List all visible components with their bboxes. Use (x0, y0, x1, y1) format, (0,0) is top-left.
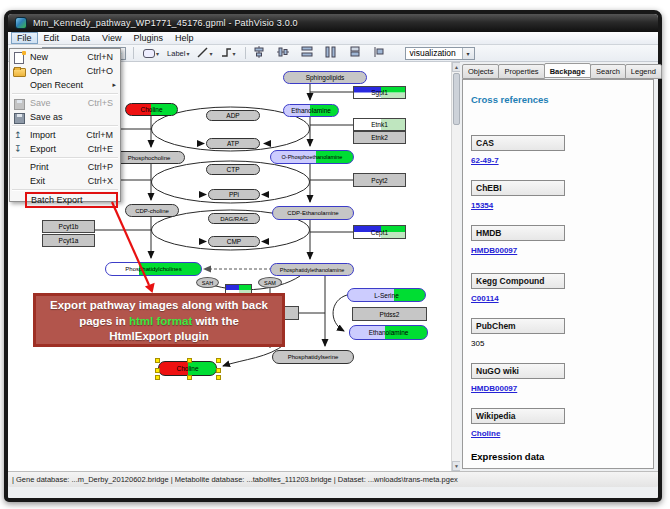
selection-handle[interactable] (155, 375, 160, 380)
file-menu-item-print[interactable]: PrintCtrl+P (10, 160, 120, 174)
xref-link[interactable]: 62-49-7 (471, 156, 653, 165)
xref-link[interactable]: HMDB00097 (471, 384, 653, 393)
node-pcyt1b[interactable]: Pcyt1b (42, 220, 95, 233)
file-menu-item-save[interactable]: SaveCtrl+S (10, 96, 120, 110)
menu-edit[interactable]: Edit (38, 32, 66, 44)
node-atp[interactable]: ATP (206, 138, 260, 149)
datanode-button[interactable]: ▾ (141, 47, 161, 60)
line-button[interactable]: ▾ (195, 47, 214, 60)
selection-handle[interactable] (216, 368, 221, 373)
xref-link[interactable]: HMDB00097 (471, 246, 653, 255)
title-bar[interactable]: Mm_Kennedy_pathway_WP1771_45176.gpml - P… (8, 14, 658, 32)
chevron-down-icon[interactable]: ▾ (186, 50, 189, 57)
tab-backpage[interactable]: Backpage (544, 63, 591, 78)
xref-link[interactable]: 15354 (471, 201, 653, 210)
label-button[interactable]: Label▾ (165, 47, 191, 60)
connector-button[interactable]: ▾ (219, 47, 238, 60)
file-menu-item-import[interactable]: ↥ImportCtrl+M (10, 128, 120, 142)
node-cdp-choline[interactable]: CDP-choline (125, 204, 179, 217)
node-ptdss2[interactable]: Ptdss2 (352, 307, 427, 321)
menu-item-spacer (13, 162, 25, 173)
tab-objects[interactable]: Objects (462, 64, 499, 79)
file-menu-item-batch-export[interactable]: Batch Export (25, 192, 118, 208)
selection-handle[interactable] (155, 358, 160, 363)
vertical-scroll-thumb[interactable] (453, 73, 460, 125)
menu-separator (12, 157, 118, 159)
chevron-down-icon[interactable]: ▾ (209, 50, 212, 57)
node-l-serine[interactable]: L-Serine (347, 288, 426, 302)
node-choline[interactable]: Choline (158, 361, 217, 376)
xref-header: HMDB (471, 225, 565, 241)
import-icon: ↥ (13, 130, 25, 141)
stack-horizontal-icon[interactable] (373, 44, 385, 62)
menu-item-spacer (13, 176, 25, 187)
align-center-x-icon[interactable] (253, 44, 265, 62)
menu-item-label: Import (30, 130, 86, 140)
align-center-y-icon[interactable] (277, 44, 289, 62)
node-cept1[interactable]: Cept1 (353, 225, 406, 239)
selection-handle[interactable] (216, 375, 221, 380)
node-phosphocholine[interactable]: Phosphocholine (113, 151, 185, 164)
menu-help[interactable]: Help (169, 32, 200, 44)
tab-search[interactable]: Search (590, 64, 626, 79)
node-sphingolipids[interactable]: Sphingolipids (283, 71, 367, 84)
node-pcyt1a[interactable]: Pcyt1a (42, 234, 95, 247)
menu-data[interactable]: Data (65, 32, 96, 44)
file-menu-item-exit[interactable]: ExitCtrl+X (10, 174, 120, 188)
xref-link[interactable]: Choline (471, 429, 653, 438)
selection-handle[interactable] (216, 358, 221, 363)
selection-handle[interactable] (187, 375, 192, 380)
node-pcyt2[interactable]: Pcyt2 (353, 173, 406, 187)
node-ppi[interactable]: PPi (208, 189, 260, 200)
node-phosphatidylcholines[interactable]: Phosphatidylcholines (105, 262, 202, 276)
node-dag-rag[interactable]: DAG/RAG (208, 213, 260, 224)
tab-legend[interactable]: Legend (625, 64, 662, 79)
node-choline[interactable]: Choline (125, 103, 178, 116)
chevron-down-icon[interactable]: ▾ (156, 50, 159, 57)
visualization-combobox[interactable]: visualization ▾ (405, 47, 475, 60)
menu-separator (12, 93, 118, 95)
expression-data-heading: Expression data (471, 451, 653, 462)
menu-item-shortcut: Ctrl+N (87, 52, 113, 62)
menu-view[interactable]: View (96, 32, 127, 44)
node-phosphatidylethanolamine[interactable]: Phosphatidylethanolamine (270, 263, 354, 276)
chevron-down-icon[interactable]: ▾ (462, 48, 474, 59)
selection-handle[interactable] (155, 368, 160, 373)
xref-header: NuGO wiki (471, 363, 565, 379)
label-button-text: Label (167, 49, 185, 58)
node-sah[interactable]: SAH (196, 277, 219, 288)
xref-link[interactable]: C00114 (471, 294, 653, 303)
node-ctp[interactable]: CTP (206, 164, 260, 175)
distribute-rows-icon[interactable] (301, 44, 313, 62)
node-etnk1[interactable]: Etnk1 (353, 118, 406, 131)
node-o-phosphoethanolamine[interactable]: O-Phosphoethanolamine (270, 150, 354, 164)
file-menu-item-open[interactable]: OpenCtrl+O (10, 64, 120, 78)
node-cdp-ethanolamine[interactable]: CDP-Ethanolamine (272, 206, 354, 220)
node-ethanolamine[interactable]: Ethanolamine (349, 325, 428, 340)
window-title: Mm_Kennedy_pathway_WP1771_45176.gpml - P… (33, 18, 298, 28)
node-cmp[interactable]: CMP (208, 236, 260, 247)
node-ethanolamine[interactable]: Ethanolamine (283, 104, 339, 117)
selection-handle[interactable] (187, 358, 192, 363)
chevron-down-icon[interactable]: ▾ (233, 50, 236, 57)
line-icon (197, 47, 208, 60)
node-sam[interactable]: SAM (258, 277, 282, 288)
file-menu-item-new[interactable]: NewCtrl+N (10, 50, 120, 64)
node-adp[interactable]: ADP (206, 110, 260, 121)
node-etnk2[interactable]: Etnk2 (353, 131, 406, 144)
menu-item-shortcut: Ctrl+E (88, 144, 113, 154)
tab-properties[interactable]: Properties (498, 64, 544, 79)
node-phosphatidylserine[interactable]: Phosphatidylserine (272, 350, 354, 364)
file-menu-item-save-as[interactable]: Save as (10, 110, 120, 124)
menu-separator (12, 189, 118, 191)
file-menu-item-open-recent[interactable]: Open Recent▸ (10, 78, 120, 92)
save-disk-icon (13, 98, 25, 109)
open-folder-icon (13, 66, 25, 77)
node-sgpl1[interactable]: Sgpl1 (353, 86, 406, 99)
stack-vertical-icon[interactable] (349, 44, 361, 62)
file-menu-item-export[interactable]: ↧ExportCtrl+E (10, 142, 120, 156)
vertical-scrollbar[interactable]: ▲ ▼ (451, 62, 460, 471)
menu-file[interactable]: File (11, 32, 38, 44)
distribute-columns-icon[interactable] (325, 44, 337, 62)
menu-plugins[interactable]: Plugins (127, 32, 169, 44)
